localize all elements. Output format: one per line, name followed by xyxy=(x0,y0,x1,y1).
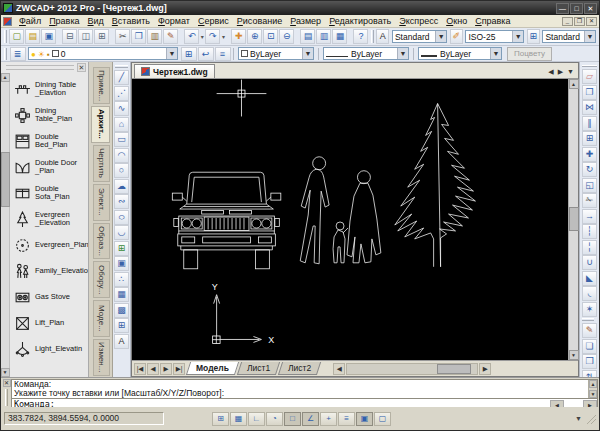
match-properties-icon[interactable]: ✎ xyxy=(163,29,178,44)
palette-item-evergreen-elevation[interactable]: Evergreen_Elevation xyxy=(10,206,88,232)
polygon-icon[interactable]: ⌂ xyxy=(114,117,129,132)
explode-icon[interactable]: ✶ xyxy=(582,302,597,317)
status-toggle-snap[interactable]: ⊞ xyxy=(212,412,229,426)
dropdown-arrow-icon[interactable]: ▼ xyxy=(584,31,595,42)
make-block-icon[interactable]: ▣ xyxy=(114,256,129,271)
scroll-up-icon[interactable]: ▲ xyxy=(569,79,579,89)
zoom-realtime-icon[interactable]: ⊕ xyxy=(247,29,262,44)
open-icon[interactable]: ▤ xyxy=(25,29,40,44)
menu-item-3[interactable]: Вид xyxy=(84,16,108,26)
tab-prev-icon[interactable]: ◀ xyxy=(546,66,555,78)
vscroll-track[interactable] xyxy=(569,89,579,350)
mdi-minimize-button[interactable]: _ xyxy=(562,17,573,26)
hscroll-thumb[interactable] xyxy=(437,364,471,374)
layer-previous-icon[interactable]: ↩ xyxy=(198,47,214,61)
quick-view-icon[interactable]: ▦ xyxy=(332,29,347,44)
table-icon[interactable]: ⊞ xyxy=(114,318,129,333)
scroll-up-icon[interactable]: ▲ xyxy=(589,380,597,388)
palette-item-gas-stove[interactable]: Gas Stove xyxy=(10,284,88,310)
status-toggle-layout[interactable]: ▢ xyxy=(374,412,391,426)
menu-item-10[interactable]: Экспресс xyxy=(395,16,442,26)
styles-toolbar-grip[interactable] xyxy=(371,30,374,44)
mtext-icon[interactable]: A xyxy=(114,334,129,349)
new-icon[interactable]: ▢ xyxy=(9,29,24,44)
layer-states-icon[interactable]: ≡ xyxy=(215,47,231,61)
menu-item-4[interactable]: Вставить xyxy=(108,16,154,26)
chamfer-icon[interactable]: ◣ xyxy=(582,271,597,286)
palette-item-dining-table-elevation[interactable]: Dining Table_Elavtion xyxy=(10,76,88,102)
lineweight-dropdown[interactable]: ByLayer ▼ xyxy=(418,47,502,60)
scroll-left-icon[interactable]: ◀ xyxy=(333,363,345,375)
copy-icon[interactable]: ❐ xyxy=(131,29,146,44)
layer-lock-icon[interactable]: ▪ xyxy=(47,50,50,59)
copy-icon[interactable]: ❐ xyxy=(582,85,597,100)
layout-tabs-icon[interactable]: ▥ xyxy=(316,29,331,44)
scroll-down-icon[interactable]: ▼ xyxy=(589,390,597,398)
resize-grip-icon[interactable] xyxy=(586,414,596,424)
status-toggle-model[interactable]: ▣ xyxy=(356,412,373,426)
layers-toolbar-grip[interactable] xyxy=(4,48,7,60)
draworder-back-icon[interactable]: ❒ xyxy=(582,354,597,369)
dropdown-arrow-icon[interactable]: ▼ xyxy=(302,48,313,59)
insert-block-icon[interactable]: ⊞ xyxy=(114,241,129,256)
close-button[interactable]: ✕ xyxy=(584,3,597,14)
text-style-dropdown[interactable]: Standard ▼ xyxy=(392,30,447,43)
mdi-close-button[interactable]: ✕ xyxy=(586,17,597,26)
toolbar-grip[interactable] xyxy=(4,30,7,44)
status-menu-icon[interactable]: ▼ xyxy=(575,415,582,422)
palette-header[interactable]: ✕ xyxy=(1,62,88,73)
sheet-tab-Лист2[interactable]: Лист2 xyxy=(278,362,321,375)
pan-icon[interactable]: ✚ xyxy=(231,29,246,44)
palette-tab-3[interactable]: Чертить xyxy=(93,145,110,182)
palette-item-dining-table-plan[interactable]: Dining Table_Plan xyxy=(10,102,88,128)
palette-grip[interactable] xyxy=(6,65,74,70)
publish-icon[interactable]: ⊞ xyxy=(94,29,109,44)
match-properties-icon[interactable]: ✎ xyxy=(582,323,597,338)
trim-icon[interactable]: ✁ xyxy=(582,193,597,208)
dropdown-arrow-icon[interactable]: ▼ xyxy=(397,48,408,59)
document-tab[interactable]: Чертеж1.dwg xyxy=(134,64,215,78)
palette-tab-4[interactable]: Элект... xyxy=(93,184,110,221)
sheet-next-icon[interactable]: ▶ xyxy=(160,363,172,375)
sheet-last-icon[interactable]: ▶| xyxy=(173,363,185,375)
layer-manager-icon[interactable]: ≣ xyxy=(10,47,26,61)
scroll-up-icon[interactable]: ▲ xyxy=(1,73,10,82)
offset-icon[interactable]: ∥ xyxy=(582,116,597,131)
save-icon[interactable]: ▣ xyxy=(41,29,56,44)
cut-icon[interactable]: ✂ xyxy=(115,29,130,44)
redo-dropdown-icon[interactable]: ▾ xyxy=(222,33,225,40)
scale-icon[interactable]: ◱ xyxy=(582,178,597,193)
tab-list-icon[interactable]: ▼ xyxy=(565,66,576,78)
break-at-point-icon[interactable]: ┆ xyxy=(582,224,597,239)
join-icon[interactable]: ∪ xyxy=(582,255,597,270)
match-color-button[interactable]: Поцвету xyxy=(507,47,552,61)
line-icon[interactable]: ╱ xyxy=(114,70,129,85)
palette-scroll-thumb[interactable] xyxy=(1,152,10,207)
redo-icon[interactable]: ↷ xyxy=(205,29,220,44)
palette-item-family-elevation[interactable]: Family_Elevation xyxy=(10,258,88,284)
mirror-icon[interactable]: ⋈ xyxy=(582,100,597,115)
array-icon[interactable]: ⊞ xyxy=(582,131,597,146)
palette-scroll-track[interactable] xyxy=(1,82,10,368)
undo-dropdown-icon[interactable]: ▾ xyxy=(201,33,204,40)
ellipse-icon[interactable]: ○ xyxy=(114,210,129,225)
tab-next-icon[interactable]: ▶ xyxy=(556,66,565,78)
zoom-window-icon[interactable]: ⊡ xyxy=(263,29,278,44)
palette-item-double-door-plan[interactable]: Double Door _Plan xyxy=(10,154,88,180)
menu-item-5[interactable]: Формат xyxy=(154,16,194,26)
layer-dropdown[interactable]: ●☀▪0 ▼ xyxy=(28,47,178,60)
dropdown-arrow-icon[interactable]: ▼ xyxy=(512,31,523,42)
undo-icon[interactable]: ↶ xyxy=(184,29,199,44)
status-toggle-osnap[interactable]: □ xyxy=(284,412,301,426)
rotate-icon[interactable]: ↻ xyxy=(582,162,597,177)
move-icon[interactable]: ✚ xyxy=(582,147,597,162)
palette-tab-2[interactable]: Архит... xyxy=(91,106,110,143)
menu-item-1[interactable]: Файл xyxy=(15,16,45,26)
draworder-front-icon[interactable]: ❏ xyxy=(582,339,597,354)
model-layout-icon[interactable]: ▤ xyxy=(300,29,315,44)
status-toggle-dyn[interactable]: + xyxy=(320,412,337,426)
palette-tab-1[interactable]: Приме... xyxy=(93,67,110,104)
sheet-first-icon[interactable]: |◀ xyxy=(134,363,146,375)
scroll-right-icon[interactable]: ▶ xyxy=(479,363,491,375)
draw-toolbar-grip[interactable] xyxy=(115,65,129,68)
